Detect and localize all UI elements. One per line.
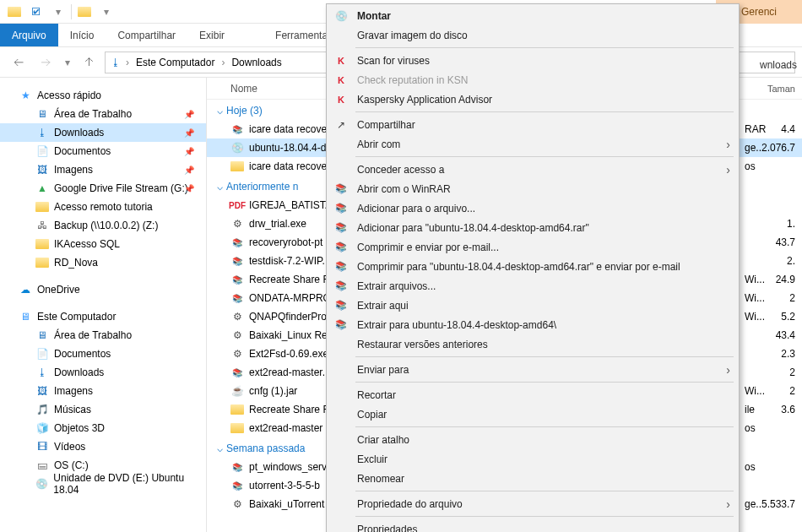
menu-item[interactable]: Conceder acesso a› (327, 160, 739, 179)
tab-home[interactable]: Início (58, 24, 106, 46)
menu-item[interactable]: 📚Adicionar para o arquivo... (327, 198, 739, 218)
cloud-icon: ☁ (19, 283, 32, 296)
back-button[interactable]: 🡠 (7, 51, 30, 74)
nav-item-label: Imagens (54, 385, 93, 397)
menu-item-label: Gravar imagem do disco (357, 30, 468, 41)
computer-icon: 🖥 (19, 310, 32, 323)
right-row: Wi...2 (741, 382, 802, 400)
pin-icon: 📌 (184, 184, 194, 193)
menu-item[interactable]: 📚Comprimir para "ubuntu-18.04.4-desktop-… (327, 257, 739, 276)
nav-item[interactable]: 🧊Objetos 3D (0, 419, 206, 437)
menu-item-label: Comprimir e enviar por e-mail... (357, 242, 499, 253)
jar-icon: ☕ (230, 384, 244, 398)
nav-item[interactable]: 🖧Backup (\\10.0.0.2) (Z:) (0, 216, 206, 235)
right-row: 43.7 (741, 233, 802, 252)
pictures-icon: 🖼 (35, 163, 49, 176)
nav-item[interactable]: 🎞Vídeos (0, 437, 206, 456)
nav-onedrive[interactable]: ☁ OneDrive (0, 280, 206, 299)
menu-item-label: Kaspersky Application Advisor (357, 94, 492, 106)
menu-item-label: Propriedade do arquivo (357, 498, 463, 510)
menu-item[interactable]: 📚Extrair arquivos... (327, 276, 739, 296)
menu-separator (355, 426, 734, 427)
nav-item-label: Downloads (54, 127, 104, 138)
folder-icon (230, 421, 244, 435)
pin-icon: 📌 (184, 147, 194, 156)
chevron-right-icon[interactable]: › (126, 57, 129, 68)
netdrive-icon: 🖧 (35, 219, 49, 232)
pdf-icon: PDF (230, 198, 244, 212)
nav-item[interactable]: ▲Google Drive File Stream (G:)📌 (0, 179, 206, 198)
tab-view[interactable]: Exibir (187, 24, 236, 46)
menu-item[interactable]: KKaspersky Application Advisor (327, 90, 739, 109)
menu-item[interactable]: Copiar (327, 404, 739, 424)
nav-item[interactable]: 🎵Músicas (0, 400, 206, 419)
menu-item[interactable]: 📚Abrir com o WinRAR (327, 179, 739, 198)
menu-item[interactable]: Abrir com› (327, 134, 739, 154)
file-name: ext2read-master (249, 422, 322, 434)
nav-item[interactable]: Acesso remoto tutoria (0, 198, 206, 216)
nav-item[interactable]: ⭳Downloads📌 (0, 123, 206, 142)
menu-item-label: Recortar (357, 389, 396, 401)
menu-item[interactable]: Gravar imagem do disco (327, 25, 739, 45)
menu-item[interactable]: Enviar para› (327, 360, 739, 379)
rar-icon: 📚 (333, 240, 349, 255)
menu-separator (355, 156, 734, 157)
rar-icon: 📚 (333, 298, 349, 313)
nav-item[interactable]: 🖼Imagens (0, 382, 206, 400)
menu-item[interactable]: Renomear (327, 469, 739, 488)
column-header-size[interactable]: Taman (741, 78, 802, 100)
quick-access-toolbar: 🗹 ▾ ▾ (0, 3, 121, 21)
menu-item[interactable]: Excluir (327, 449, 739, 469)
star-icon: ★ (19, 89, 32, 102)
menu-item[interactable]: Criar atalho (327, 430, 739, 449)
menu-item[interactable]: Propriedade do arquivo› (327, 494, 739, 513)
menu-item[interactable]: 📚Extrair aqui (327, 296, 739, 315)
tab-share[interactable]: Compartilhar (106, 24, 187, 46)
qat-overflow-icon[interactable]: ▾ (97, 3, 116, 21)
rar-icon: 📚 (230, 122, 244, 136)
recent-dropdown[interactable]: ▾ (61, 51, 74, 74)
menu-item[interactable]: KScan for viruses (327, 51, 739, 70)
k-icon: K (333, 92, 349, 107)
nav-item[interactable]: 🖥Área de Trabalho (0, 326, 206, 345)
folder-open-icon[interactable] (75, 3, 94, 21)
tab-file[interactable]: Arquivo (0, 24, 58, 46)
file-name: pt_windows_serv (249, 461, 327, 473)
menu-item[interactable]: 📚Adicionar para "ubuntu-18.04.4-desktop-… (327, 218, 739, 237)
menu-item[interactable]: Restaurar versões anteriores (327, 334, 739, 354)
exe-icon: ⚙ (230, 328, 244, 342)
menu-item[interactable]: ↗Compartilhar (327, 115, 739, 134)
nav-item[interactable]: 🖼Imagens📌 (0, 160, 206, 179)
rar-icon: 📚 (230, 273, 244, 286)
qat-dropdown-icon[interactable]: ▾ (49, 3, 68, 21)
menu-item[interactable]: Recortar (327, 385, 739, 404)
documents-icon: 📄 (35, 144, 49, 158)
rar-icon: 📚 (230, 254, 244, 268)
menu-item-label: Extrair arquivos... (357, 280, 436, 292)
menu-item-label: Adicionar para "ubuntu-18.04.4-desktop-a… (357, 222, 589, 234)
nav-this-pc[interactable]: 🖥 Este Computador (0, 307, 206, 326)
folder-icon[interactable] (5, 3, 24, 21)
breadcrumb-current[interactable]: Downloads (228, 57, 284, 68)
chevron-right-icon[interactable]: › (221, 57, 225, 68)
menu-item[interactable]: 📚Comprimir e enviar por e-mail... (327, 237, 739, 257)
menu-item[interactable]: 💿Montar (327, 6, 739, 25)
nav-item[interactable]: ⭳Downloads (0, 363, 206, 382)
navigation-pane[interactable]: ★ Acesso rápido 🖥Área de Trabalho📌⭳Downl… (0, 78, 207, 532)
pin-icon: 📌 (184, 166, 194, 175)
nav-item[interactable]: RD_Nova (0, 253, 206, 272)
up-button[interactable]: 🡡 (78, 51, 101, 74)
nav-item[interactable]: 🖥Área de Trabalho📌 (0, 105, 206, 123)
nav-item[interactable]: 📄Documentos (0, 345, 206, 363)
nav-item[interactable]: IKAcesso SQL (0, 235, 206, 253)
nav-item[interactable]: 💿Unidade de DVD (E:) Ubuntu 18.04 (0, 475, 206, 493)
menu-item[interactable]: 📚Extrair para ubuntu-18.04.4-desktop-amd… (327, 315, 739, 334)
breadcrumb-root[interactable]: Este Computador (133, 57, 218, 68)
menu-item[interactable]: Propriedades (327, 519, 739, 532)
right-row: Wi...5.2 (741, 307, 802, 326)
forward-button[interactable]: 🡢 (34, 51, 57, 74)
nav-quick-access[interactable]: ★ Acesso rápido (0, 86, 206, 105)
nav-item[interactable]: 📄Documentos📌 (0, 142, 206, 160)
properties-icon[interactable]: 🗹 (27, 3, 46, 21)
right-row (741, 476, 802, 495)
